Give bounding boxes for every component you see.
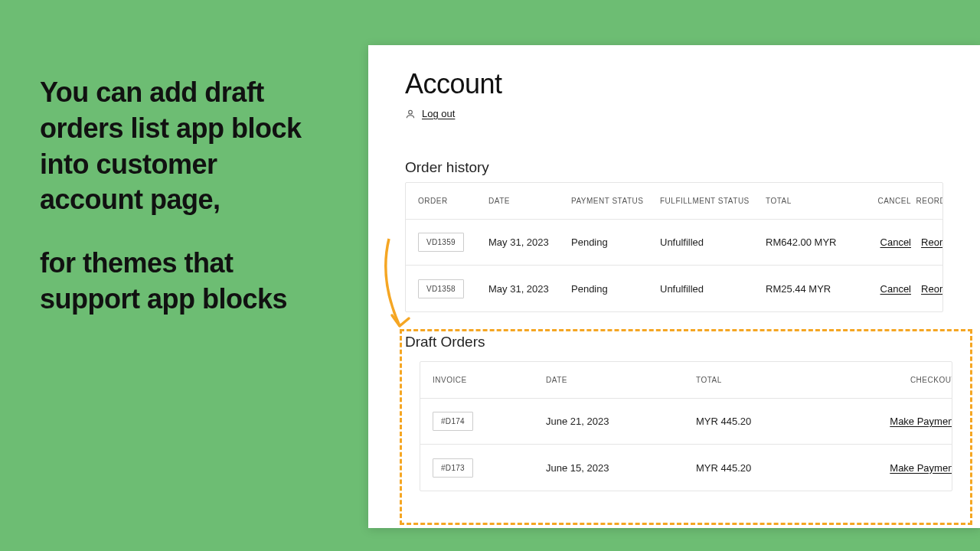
order-badge-cell: VD1358: [418, 279, 488, 298]
draft-date: June 21, 2023: [546, 416, 696, 427]
promo-line-1: You can add draft orders list app block …: [40, 77, 302, 215]
order-history-title: Order history: [405, 159, 943, 176]
order-date: May 31, 2023: [488, 236, 571, 248]
draft-orders-title: Draft Orders: [405, 334, 967, 350]
cancel-link[interactable]: Cancel: [880, 236, 911, 248]
order-date: May 31, 2023: [488, 283, 571, 295]
order-total: RM25.44 MYR: [766, 283, 865, 295]
user-icon: [405, 109, 416, 119]
reorder-link[interactable]: Reorder: [921, 283, 943, 295]
invoice-badge-cell: #D174: [433, 412, 546, 431]
th-checkout: CHECKOUT: [857, 376, 952, 384]
table-header-row: ORDER DATE PAYMENT STATUS FULFILLMENT ST…: [406, 183, 942, 220]
th-order: ORDER: [418, 197, 488, 205]
reorder-cell: Reorder: [911, 283, 943, 295]
cancel-cell: Cancel: [865, 236, 911, 248]
th-invoice: INVOICE: [433, 376, 546, 384]
order-history-table: ORDER DATE PAYMENT STATUS FULFILLMENT ST…: [405, 182, 943, 312]
checkout-cell: Make Payment: [857, 416, 952, 427]
order-fulfillment: Unfulfilled: [660, 236, 766, 248]
reorder-link[interactable]: Reorder: [921, 236, 943, 248]
th-cancel: CANCEL: [865, 197, 911, 205]
table-row: VD1359 May 31, 2023 Pending Unfulfilled …: [406, 220, 942, 266]
table-row: #D174 June 21, 2023 MYR 445.20 Make Paym…: [420, 399, 952, 445]
svg-point-0: [409, 110, 413, 114]
table-row: VD1358 May 31, 2023 Pending Unfulfilled …: [406, 266, 942, 311]
checkout-cell: Make Payment: [857, 462, 952, 474]
logout-link[interactable]: Log out: [422, 108, 455, 119]
make-payment-link[interactable]: Make Payment: [890, 462, 952, 474]
draft-orders-table: INVOICE DATE TOTAL CHECKOUT #D174 June 2…: [420, 361, 952, 491]
th-date: DATE: [488, 197, 571, 205]
th-reorder: REORDER: [911, 197, 943, 205]
make-payment-link[interactable]: Make Payment: [890, 416, 952, 427]
invoice-badge[interactable]: #D174: [433, 412, 473, 431]
order-badge[interactable]: VD1359: [418, 233, 464, 252]
order-badge[interactable]: VD1358: [418, 279, 464, 298]
draft-total: MYR 445.20: [696, 462, 857, 474]
cancel-cell: Cancel: [865, 283, 911, 295]
order-badge-cell: VD1359: [418, 233, 488, 252]
th-fulfillment: FULFILLMENT STATUS: [660, 197, 766, 205]
promo-line-2: for themes that support app blocks: [40, 247, 287, 315]
draft-date: June 15, 2023: [546, 462, 696, 474]
order-fulfillment: Unfulfilled: [660, 283, 766, 295]
th-payment: PAYMENT STATUS: [571, 197, 660, 205]
promo-text: You can add draft orders list app block …: [40, 75, 323, 318]
cancel-link[interactable]: Cancel: [880, 283, 911, 295]
table-row: #D173 June 15, 2023 MYR 445.20 Make Paym…: [420, 445, 952, 491]
order-payment: Pending: [571, 236, 660, 248]
invoice-badge-cell: #D173: [433, 458, 546, 478]
reorder-cell: Reorder: [911, 236, 943, 248]
draft-orders-section: Draft Orders INVOICE DATE TOTAL CHECKOUT…: [405, 334, 967, 491]
logout-row: Log out: [405, 108, 943, 119]
order-payment: Pending: [571, 283, 660, 295]
order-total: RM642.00 MYR: [766, 236, 865, 248]
table-header-row: INVOICE DATE TOTAL CHECKOUT: [420, 362, 952, 399]
th-date: DATE: [546, 376, 696, 384]
page-title: Account: [405, 68, 943, 100]
draft-total: MYR 445.20: [696, 416, 857, 427]
th-total: TOTAL: [766, 197, 865, 205]
invoice-badge[interactable]: #D173: [433, 458, 473, 478]
th-total: TOTAL: [696, 376, 857, 384]
